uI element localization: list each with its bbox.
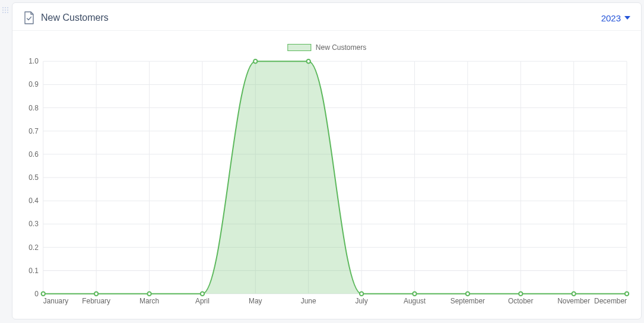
svg-text:0.6: 0.6 [28, 150, 39, 159]
svg-text:1.0: 1.0 [28, 57, 39, 65]
svg-text:June: June [301, 297, 316, 305]
chart-legend: New Customers [287, 43, 366, 52]
legend-swatch [287, 44, 311, 51]
svg-text:September: September [451, 297, 485, 305]
svg-text:0.5: 0.5 [28, 173, 39, 182]
year-label: 2023 [601, 13, 621, 23]
svg-point-55 [519, 292, 522, 296]
svg-point-50 [253, 59, 257, 63]
svg-text:January: January [43, 297, 68, 305]
svg-text:0: 0 [34, 290, 39, 298]
new-customers-card: New Customers 2023 New Customers 00.10.2… [12, 2, 642, 319]
svg-point-46 [42, 292, 45, 296]
svg-text:February: February [82, 297, 110, 305]
svg-text:October: October [508, 297, 533, 305]
svg-point-54 [466, 292, 469, 296]
svg-point-53 [413, 292, 416, 296]
svg-text:0.4: 0.4 [28, 197, 39, 205]
svg-text:0.7: 0.7 [28, 127, 39, 135]
card-header: New Customers 2023 [12, 3, 641, 31]
svg-point-57 [625, 292, 629, 296]
svg-text:November: November [557, 297, 590, 305]
year-selector[interactable]: 2023 [601, 13, 630, 23]
svg-text:0.9: 0.9 [28, 80, 39, 88]
svg-text:March: March [139, 297, 159, 305]
chart-svg: 00.10.20.30.40.50.60.70.80.91.0JanuaryFe… [23, 45, 630, 308]
document-check-icon [23, 11, 35, 24]
svg-text:April: April [195, 297, 210, 305]
svg-text:0.8: 0.8 [28, 104, 39, 112]
svg-text:0.2: 0.2 [28, 243, 39, 251]
svg-point-49 [201, 292, 204, 296]
svg-point-51 [307, 59, 310, 63]
svg-text:0.3: 0.3 [28, 220, 39, 228]
caret-down-icon [624, 16, 630, 20]
svg-point-47 [94, 292, 98, 296]
svg-text:December: December [594, 297, 627, 305]
chart-area: New Customers 00.10.20.30.40.50.60.70.80… [23, 45, 630, 308]
legend-label: New Customers [316, 43, 366, 52]
svg-text:July: July [356, 297, 368, 305]
svg-point-56 [572, 292, 575, 296]
svg-text:August: August [404, 297, 426, 305]
drag-handle-icon[interactable] [2, 7, 8, 13]
card-title: New Customers [41, 12, 109, 23]
svg-text:0.1: 0.1 [28, 267, 39, 275]
svg-point-52 [360, 292, 363, 296]
svg-text:May: May [249, 297, 262, 305]
svg-point-48 [147, 292, 151, 296]
card-title-wrap: New Customers [23, 11, 109, 24]
